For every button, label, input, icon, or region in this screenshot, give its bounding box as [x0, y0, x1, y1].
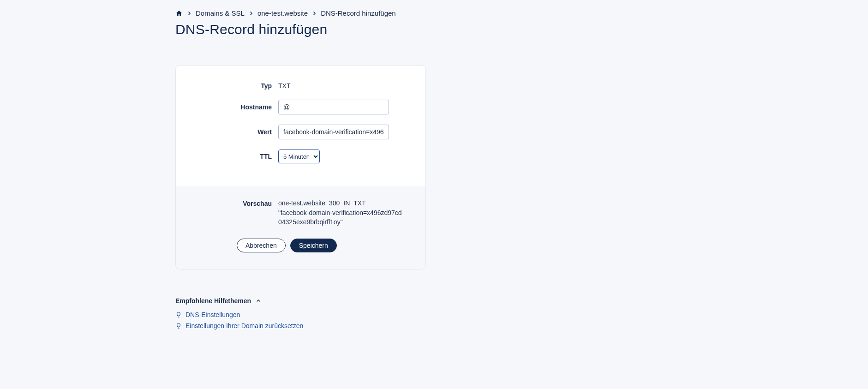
breadcrumb: Domains & SSL one-test.website DNS-Recor… [175, 9, 614, 17]
lightbulb-icon [175, 323, 182, 329]
ttl-select[interactable]: 5 Minuten [278, 150, 320, 163]
preview-label: Vorschau [194, 199, 278, 207]
chevron-up-icon [256, 298, 261, 304]
cancel-button[interactable]: Abbrechen [237, 239, 286, 252]
page-title: DNS-Record hinzufügen [175, 22, 614, 37]
dns-record-form-card: Typ TXT Hostname Wert TTL [175, 65, 426, 269]
ttl-label: TTL [194, 153, 278, 160]
help-link-label: Einstellungen Ihrer Domain zurücksetzen [186, 322, 303, 329]
type-label: Typ [194, 82, 278, 90]
help-header-label: Empfohlene Hilfethemen [175, 297, 251, 305]
breadcrumb-domain-name[interactable]: one-test.website [257, 9, 308, 17]
breadcrumb-domains[interactable]: Domains & SSL [196, 9, 245, 17]
preview-type: TXT [353, 199, 365, 207]
preview-class: IN [343, 199, 350, 207]
save-button[interactable]: Speichern [290, 239, 337, 252]
value-input[interactable] [278, 125, 389, 139]
chevron-right-icon [248, 11, 254, 16]
chevron-right-icon [186, 11, 192, 16]
help-link-label: DNS-Einstellungen [186, 311, 240, 318]
preview-ttl: 300 [329, 199, 340, 207]
breadcrumb-home[interactable] [175, 10, 183, 17]
help-link-dns-settings[interactable]: DNS-Einstellungen [175, 311, 614, 318]
preview-record-line: one-test.website 300 IN TXT [278, 199, 407, 207]
breadcrumb-current[interactable]: DNS-Record hinzufügen [321, 9, 396, 17]
value-label: Wert [194, 128, 278, 136]
help-header-toggle[interactable]: Empfohlene Hilfethemen [175, 297, 614, 305]
preview-record-value: "facebook-domain-verification=x496zd97cd… [278, 209, 403, 227]
help-section: Empfohlene Hilfethemen DNS-Einstellungen [175, 297, 614, 329]
hostname-label: Hostname [194, 103, 278, 111]
hostname-input[interactable] [278, 100, 389, 114]
type-value: TXT [278, 82, 407, 90]
chevron-right-icon [311, 11, 317, 16]
form-actions: Abbrechen Speichern [194, 239, 407, 252]
preview-domain: one-test.website [278, 199, 325, 207]
help-link-reset-domain[interactable]: Einstellungen Ihrer Domain zurücksetzen [175, 322, 614, 329]
lightbulb-icon [175, 311, 182, 318]
